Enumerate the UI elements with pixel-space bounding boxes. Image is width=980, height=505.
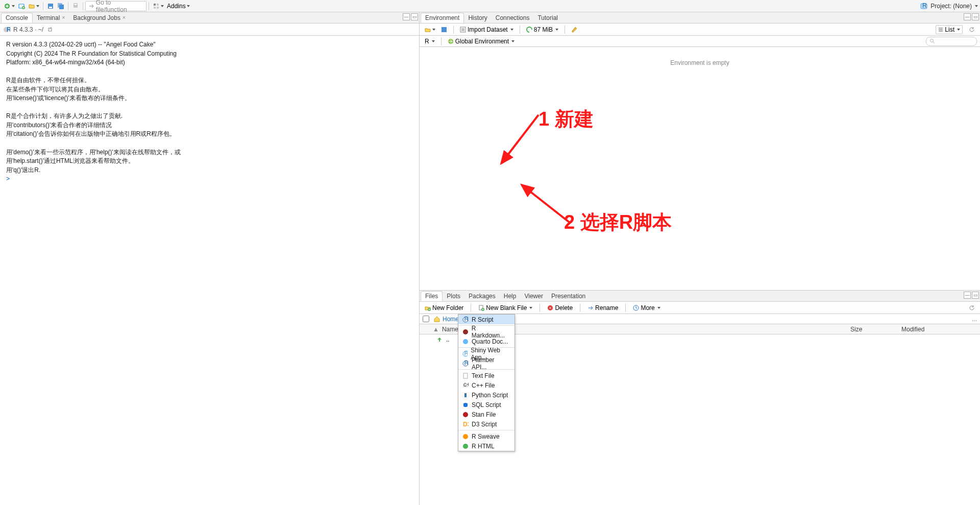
dropdown-item-rscript[interactable]: RR Script — [458, 315, 514, 324]
left-pane: Console Terminal× Background Jobs× — ▭ R… — [0, 12, 420, 505]
environment-scope[interactable]: Global Environment — [446, 37, 517, 45]
refresh-icon[interactable] — [967, 303, 977, 313]
separator — [625, 304, 626, 312]
separator — [565, 26, 565, 34]
separator — [441, 37, 442, 45]
tab-connections[interactable]: Connections — [492, 13, 534, 23]
maximize-pane-icon[interactable]: ▭ — [972, 13, 979, 20]
tab-terminal[interactable]: Terminal× — [33, 13, 69, 23]
svg-rect-11 — [154, 7, 156, 9]
svg-point-40 — [463, 434, 468, 439]
svg-point-20 — [930, 39, 934, 42]
save-icon[interactable] — [45, 1, 56, 11]
r-version-label[interactable]: R 4.3.3 · ~/ — [13, 26, 43, 33]
console-output[interactable]: R version 4.3.3 (2024-02-29 ucrt) -- "An… — [0, 36, 419, 505]
memory-usage[interactable]: 87 MiB — [524, 26, 560, 34]
col-modified[interactable]: Modified — [898, 326, 980, 333]
save-workspace-icon[interactable] — [439, 25, 449, 35]
addins-menu[interactable]: Addins — [165, 1, 191, 11]
new-project-icon[interactable] — [16, 1, 27, 11]
pane-controls: — ▭ — [403, 13, 418, 20]
dropdown-item-plumber[interactable]: RPlumber API... — [458, 358, 514, 368]
dropdown-item-cpp[interactable]: c++C++ File — [458, 380, 514, 390]
tab-plots[interactable]: Plots — [443, 291, 464, 301]
maximize-pane-icon[interactable]: ▭ — [972, 292, 979, 299]
dropdown-item-textfile[interactable]: Text File — [458, 371, 514, 380]
new-file-icon[interactable] — [2, 1, 16, 11]
dropdown-item-rhtml[interactable]: R HTML — [458, 441, 514, 451]
tab-help[interactable]: Help — [500, 291, 521, 301]
svg-text:R: R — [464, 317, 469, 323]
new-blank-file-button[interactable]: New Blank File — [476, 304, 534, 312]
project-selector[interactable]: RProject: (None) — [920, 3, 978, 10]
tab-background-jobs[interactable]: Background Jobs× — [69, 13, 130, 23]
main-area: Console Terminal× Background Jobs× — ▭ R… — [0, 12, 980, 505]
close-icon[interactable]: × — [122, 15, 126, 20]
svg-rect-8 — [74, 4, 77, 6]
load-workspace-icon[interactable] — [423, 25, 437, 35]
print-icon[interactable] — [70, 1, 81, 11]
open-file-icon[interactable] — [27, 1, 41, 11]
tab-environment[interactable]: Environment — [421, 13, 464, 23]
grid-icon[interactable] — [151, 1, 165, 11]
col-size[interactable]: Size — [847, 326, 898, 333]
save-all-icon[interactable] — [56, 1, 66, 11]
tab-viewer[interactable]: Viewer — [520, 291, 547, 301]
dropdown-item-rsweave[interactable]: R Sweave — [458, 431, 514, 441]
tab-presentation[interactable]: Presentation — [547, 291, 590, 301]
goto-input[interactable]: Go to file/function — [85, 1, 146, 11]
dropdown-item-d3[interactable]: D3D3 Script — [458, 419, 514, 429]
delete-button[interactable]: Delete — [545, 304, 575, 312]
new-folder-button[interactable]: New Folder — [423, 304, 465, 312]
dropdown-item-stan[interactable]: Stan File — [458, 410, 514, 419]
import-dataset-button[interactable]: Import Dataset — [458, 26, 516, 34]
svg-text:R: R — [922, 3, 927, 9]
tab-console[interactable]: Console — [1, 13, 33, 23]
view-mode-button[interactable]: List — [936, 25, 963, 34]
separator — [540, 304, 540, 312]
pane-controls: — ▭ — [964, 13, 979, 20]
dropdown-item-quarto[interactable]: Quarto Doc... — [458, 336, 514, 346]
tab-tutorial[interactable]: Tutorial — [533, 13, 562, 23]
tab-files[interactable]: Files — [421, 291, 443, 301]
env-search-input[interactable] — [926, 37, 977, 46]
dropdown-item-sql[interactable]: SQL Script — [458, 400, 514, 410]
env-scope-bar: R Global Environment — [420, 36, 980, 47]
tab-history[interactable]: History — [464, 13, 491, 23]
svg-point-41 — [463, 444, 468, 449]
env-toolbar: Import Dataset 87 MiB List — [420, 23, 980, 36]
new-file-dropdown: RR Script R Markdown... Quarto Doc... RS… — [458, 314, 515, 451]
col-name[interactable]: Name — [442, 326, 458, 333]
minimize-pane-icon[interactable]: — — [403, 13, 410, 20]
dropdown-item-python[interactable]: Python Script — [458, 390, 514, 400]
separator — [149, 2, 149, 10]
svg-point-28 — [463, 329, 468, 334]
more-button[interactable]: More — [631, 304, 662, 312]
clear-workspace-icon[interactable] — [569, 25, 579, 35]
env-body: Environment is empty — [420, 47, 980, 290]
separator — [580, 304, 580, 312]
close-icon[interactable]: × — [62, 15, 65, 20]
right-pane: Environment History Connections Tutorial… — [420, 12, 980, 505]
home-icon[interactable] — [433, 316, 440, 323]
rename-button[interactable]: Rename — [585, 304, 620, 312]
svg-rect-12 — [157, 7, 159, 9]
breadcrumb-more-icon[interactable]: ... — [972, 316, 977, 323]
minimize-pane-icon[interactable]: — — [964, 292, 971, 299]
breadcrumb-home[interactable]: Home — [443, 316, 459, 323]
language-scope[interactable]: R — [423, 37, 437, 45]
select-all-checkbox[interactable] — [423, 316, 429, 322]
minimize-pane-icon[interactable]: — — [964, 13, 971, 20]
maximize-pane-icon[interactable]: ▭ — [411, 13, 418, 20]
console-prompt[interactable]: > — [6, 175, 11, 182]
tab-packages[interactable]: Packages — [464, 291, 500, 301]
svg-text:c++: c++ — [463, 382, 469, 388]
dropdown-item-rmarkdown[interactable]: R Markdown... — [458, 327, 514, 336]
svg-rect-10 — [157, 4, 159, 6]
separator — [453, 26, 454, 34]
env-tabs: Environment History Connections Tutorial… — [420, 12, 980, 23]
popout-icon[interactable] — [47, 27, 53, 32]
refresh-icon[interactable] — [967, 25, 977, 35]
separator — [471, 304, 471, 312]
separator — [68, 2, 68, 10]
